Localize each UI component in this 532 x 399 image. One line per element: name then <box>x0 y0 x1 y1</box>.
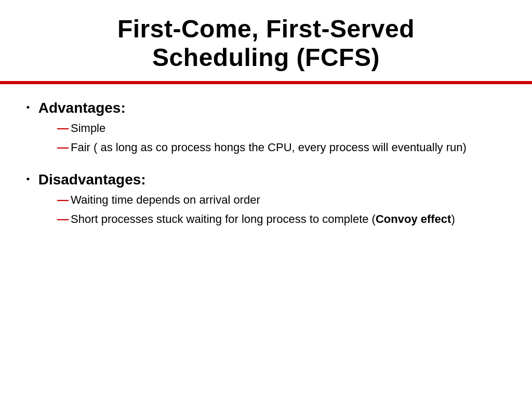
slide-title: First-Come, First-Served Scheduling (FCF… <box>21 15 511 72</box>
title-line2: Scheduling (FCFS) <box>152 44 380 71</box>
disadvantages-sub-bullets: — Waiting time depends on arrival order … <box>57 192 506 228</box>
disadvantage-item-1: — Waiting time depends on arrival order <box>57 192 506 208</box>
dash-3: — <box>57 192 69 208</box>
disadvantage-text-1: Waiting time depends on arrival order <box>71 192 260 208</box>
disadvantage-text-before: Short processes stuck waiting for long p… <box>71 212 376 225</box>
disadvantage-text-after: ) <box>451 212 455 225</box>
dash-2: — <box>57 140 69 156</box>
disadvantages-bullet: • Disadvantages: <box>26 171 506 188</box>
disadvantages-section: • Disadvantages: — Waiting time depends … <box>26 171 506 228</box>
advantages-dot: • <box>26 101 30 114</box>
slide: First-Come, First-Served Scheduling (FCF… <box>0 0 532 399</box>
title-line1: First-Come, First-Served <box>117 15 415 43</box>
advantage-text-1: Simple <box>71 121 105 137</box>
slide-header: First-Come, First-Served Scheduling (FCF… <box>0 0 532 72</box>
convoy-effect-bold: Convoy effect <box>376 212 451 225</box>
advantage-text-2: Fair ( as long as co process hongs the C… <box>71 140 467 156</box>
disadvantages-dot: • <box>26 172 30 186</box>
disadvantage-item-2: — Short processes stuck waiting for long… <box>57 211 506 228</box>
disadvantages-label: Disadvantages: <box>38 171 146 188</box>
advantage-item-1: — Simple <box>57 121 506 137</box>
dash-1: — <box>57 121 69 137</box>
advantages-section: • Advantages: — Simple — Fair ( as long … <box>26 100 506 156</box>
advantage-item-2: — Fair ( as long as co process hongs the… <box>57 140 506 156</box>
disadvantage-text-2: Short processes stuck waiting for long p… <box>71 211 455 228</box>
advantages-sub-bullets: — Simple — Fair ( as long as co process … <box>57 121 506 156</box>
advantages-label: Advantages: <box>38 100 126 116</box>
dash-4: — <box>57 211 69 228</box>
advantages-bullet: • Advantages: <box>26 100 506 116</box>
slide-content: • Advantages: — Simple — Fair ( as long … <box>0 84 532 399</box>
